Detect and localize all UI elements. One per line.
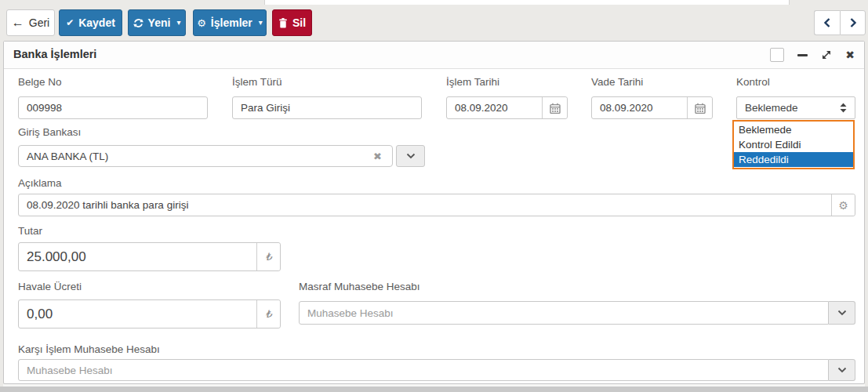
- calendar-icon[interactable]: [687, 97, 712, 118]
- islem-turu-label: İşlem Türü: [232, 76, 282, 88]
- kontrol-option-beklemede[interactable]: Beklemede: [734, 122, 853, 137]
- next-record-button[interactable]: [840, 10, 866, 35]
- calendar-icon[interactable]: [542, 97, 567, 118]
- minimize-icon[interactable]: [797, 54, 808, 56]
- new-button[interactable]: Yeni ▾: [128, 9, 186, 36]
- chevron-left-icon: [823, 17, 831, 28]
- check-icon: ✔: [66, 18, 74, 27]
- masraf-muhasebe-hesabi-label: Masraf Muhasebe Hesabı: [299, 281, 420, 292]
- save-button-label: Kaydet: [78, 16, 115, 29]
- arrow-left-icon: ←: [12, 17, 24, 28]
- new-button-label: Yeni: [148, 16, 171, 29]
- prev-record-button[interactable]: [814, 10, 840, 35]
- caret-down-icon: ▾: [259, 19, 263, 27]
- caret-down-icon: ▾: [176, 19, 180, 27]
- belge-no-label: Belge No: [18, 76, 62, 88]
- giris-bankasi-dropdown-button[interactable]: [396, 145, 425, 167]
- lira-icon: ₺: [256, 300, 280, 328]
- refresh-icon: [133, 18, 143, 28]
- aciklama-gear-icon[interactable]: ⚙: [831, 194, 855, 216]
- masraf-muhasebe-hesabi-input[interactable]: [299, 301, 829, 325]
- delete-button[interactable]: Sil: [272, 9, 312, 36]
- aciklama-label: Açıklama: [18, 177, 62, 189]
- panel-header: Banka İşlemleri ✖: [4, 42, 864, 69]
- tutar-label: Tutar: [18, 225, 42, 237]
- karsi-islem-muhasebe-hesabi-dropdown-button[interactable]: [829, 359, 855, 381]
- vade-tarihi-label: Vade Tarihi: [591, 76, 643, 88]
- select-checkbox[interactable]: [770, 48, 784, 62]
- lira-icon: ₺: [256, 243, 280, 270]
- close-icon[interactable]: ✖: [845, 49, 855, 60]
- panel-header-icons: ✖: [770, 42, 855, 68]
- tutar-input[interactable]: [18, 242, 281, 271]
- back-button[interactable]: ← Geri: [6, 9, 55, 36]
- havale-ucreti-input[interactable]: [18, 299, 281, 328]
- record-nav: [814, 10, 866, 35]
- kontrol-select-value: Beklemede: [745, 102, 798, 114]
- karsi-islem-muhasebe-hesabi-label: Karşı İşlem Muhasebe Hesabı: [18, 343, 160, 355]
- kontrol-option-reddedildi[interactable]: Reddedildi: [734, 152, 853, 167]
- bottom-strip: [0, 387, 868, 392]
- islem-turu-input[interactable]: [232, 96, 422, 119]
- top-tab-strip: [264, 0, 790, 5]
- save-button[interactable]: ✔ Kaydet: [59, 9, 122, 36]
- masraf-muhasebe-hesabi-dropdown-button[interactable]: [829, 301, 855, 325]
- islem-tarihi-label: İşlem Tarihi: [446, 76, 499, 88]
- kontrol-dropdown: Beklemede Kontrol Edildi Reddedildi: [732, 120, 855, 169]
- page-title: Banka İşlemleri: [13, 42, 96, 67]
- delete-button-label: Sil: [292, 16, 306, 29]
- gear-icon: ⚙: [197, 18, 206, 28]
- chevron-down-icon: [837, 310, 847, 316]
- trash-icon: [278, 18, 288, 28]
- chevron-down-icon: [406, 153, 416, 159]
- karsi-islem-muhasebe-hesabi-input[interactable]: [18, 359, 829, 381]
- aciklama-input[interactable]: [18, 194, 855, 216]
- bank-transactions-panel: Banka İşlemleri ✖ Belge No İşlem Türü: [3, 41, 865, 384]
- select-spinner-icon: [840, 103, 847, 113]
- kontrol-select[interactable]: Beklemede: [736, 96, 855, 119]
- belge-no-input[interactable]: [18, 96, 208, 119]
- giris-bankasi-input[interactable]: [18, 145, 393, 167]
- operations-button-label: İşlemler: [211, 16, 252, 29]
- kontrol-label: Kontrol: [736, 76, 770, 88]
- havale-ucreti-label: Havale Ücreti: [18, 281, 82, 292]
- chevron-down-icon: [837, 367, 847, 373]
- chevron-right-icon: [849, 17, 857, 28]
- expand-icon[interactable]: [821, 49, 832, 60]
- back-button-label: Geri: [29, 16, 49, 29]
- kontrol-option-kontrol-edildi[interactable]: Kontrol Edildi: [734, 137, 853, 152]
- clear-icon[interactable]: ✖: [373, 151, 382, 162]
- giris-bankasi-label: Giriş Bankası: [18, 126, 81, 138]
- operations-button[interactable]: ⚙ İşlemler ▾: [193, 9, 267, 36]
- page: ← Geri ✔ Kaydet Yeni ▾ ⚙ İşlemler ▾: [0, 0, 868, 392]
